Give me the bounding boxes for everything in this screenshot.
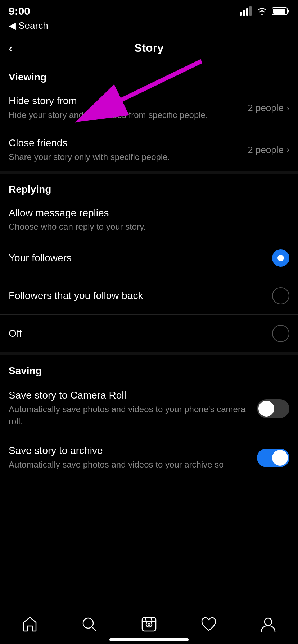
nav-home[interactable] <box>21 615 39 633</box>
status-time: 9:00 <box>9 5 30 17</box>
status-bar: 9:00 <box>0 0 298 20</box>
save-archive-toggle[interactable] <box>257 448 289 467</box>
page-header: ‹ Story <box>0 35 298 61</box>
svg-rect-2 <box>246 8 248 16</box>
nav-reels[interactable] <box>140 615 158 633</box>
hide-story-from-value: 2 people › <box>248 102 289 114</box>
close-friends-row[interactable]: Close friends Share your story only with… <box>0 129 298 171</box>
back-search[interactable]: ◀ Search <box>0 20 298 35</box>
svg-line-16 <box>145 617 146 622</box>
svg-point-13 <box>146 621 152 627</box>
off-label: Off <box>9 328 22 339</box>
nav-activity[interactable] <box>200 615 218 633</box>
allow-replies-subtitle: Choose who can reply to your story. <box>0 222 298 239</box>
home-icon <box>21 615 39 633</box>
svg-point-18 <box>265 618 272 625</box>
off-row[interactable]: Off <box>0 315 298 352</box>
section-divider-2 <box>0 352 298 355</box>
svg-rect-3 <box>249 6 252 16</box>
nav-profile[interactable] <box>259 615 277 633</box>
toggle-knob-camera <box>258 401 274 417</box>
search-icon <box>80 615 98 633</box>
bottom-spacer <box>0 479 298 537</box>
battery-icon <box>272 6 289 16</box>
heart-icon <box>200 615 218 633</box>
reels-icon <box>140 615 158 633</box>
chevron-icon: › <box>286 103 289 113</box>
svg-rect-1 <box>243 10 245 16</box>
your-followers-row[interactable]: Your followers <box>0 239 298 277</box>
close-friends-value: 2 people › <box>248 144 289 156</box>
followers-follow-back-radio[interactable] <box>272 287 289 304</box>
section-divider-1 <box>0 171 298 174</box>
svg-point-14 <box>148 623 150 625</box>
toggle-knob-archive <box>272 450 288 466</box>
followers-follow-back-row[interactable]: Followers that you follow back <box>0 277 298 314</box>
viewing-section-label: Viewing <box>0 61 298 87</box>
saving-section-label: Saving <box>0 355 298 381</box>
status-icons <box>240 6 289 16</box>
hide-story-from-title: Hide story from <box>9 95 242 107</box>
svg-rect-12 <box>142 617 156 631</box>
close-friends-title: Close friends <box>9 137 242 149</box>
hide-story-from-row[interactable]: Hide story from Hide your story and live… <box>0 87 298 129</box>
svg-rect-7 <box>273 9 285 14</box>
save-camera-roll-toggle[interactable] <box>257 399 289 418</box>
your-followers-radio[interactable] <box>272 249 289 267</box>
save-camera-roll-row[interactable]: Save story to Camera Roll Automatically … <box>0 381 298 436</box>
replying-section-label: Replying <box>0 174 298 199</box>
home-indicator <box>109 638 189 641</box>
hide-story-from-subtitle: Hide your story and live videos from spe… <box>9 109 242 121</box>
svg-line-17 <box>151 617 152 622</box>
svg-line-11 <box>92 627 96 631</box>
back-button[interactable]: ‹ <box>9 41 13 55</box>
nav-search[interactable] <box>80 615 98 633</box>
signal-icon <box>240 6 252 16</box>
save-archive-title: Save story to archive <box>9 445 248 456</box>
svg-point-4 <box>261 14 263 15</box>
page-title: Story <box>134 41 164 55</box>
off-radio[interactable] <box>272 325 289 342</box>
chevron-icon-2: › <box>286 145 289 155</box>
your-followers-label: Your followers <box>9 252 72 264</box>
allow-replies-title: Allow message replies <box>0 199 298 222</box>
profile-icon <box>259 615 277 633</box>
save-archive-subtitle: Automatically save photos and videos to … <box>9 459 248 471</box>
followers-follow-back-label: Followers that you follow back <box>9 290 143 302</box>
save-camera-roll-subtitle: Automatically save photos and videos to … <box>9 403 248 427</box>
save-archive-row[interactable]: Save story to archive Automatically save… <box>0 436 298 479</box>
svg-rect-0 <box>240 12 242 16</box>
save-camera-roll-title: Save story to Camera Roll <box>9 390 248 401</box>
wifi-icon <box>256 6 268 16</box>
svg-rect-6 <box>287 10 289 13</box>
close-friends-subtitle: Share your story only with specific peop… <box>9 151 242 163</box>
